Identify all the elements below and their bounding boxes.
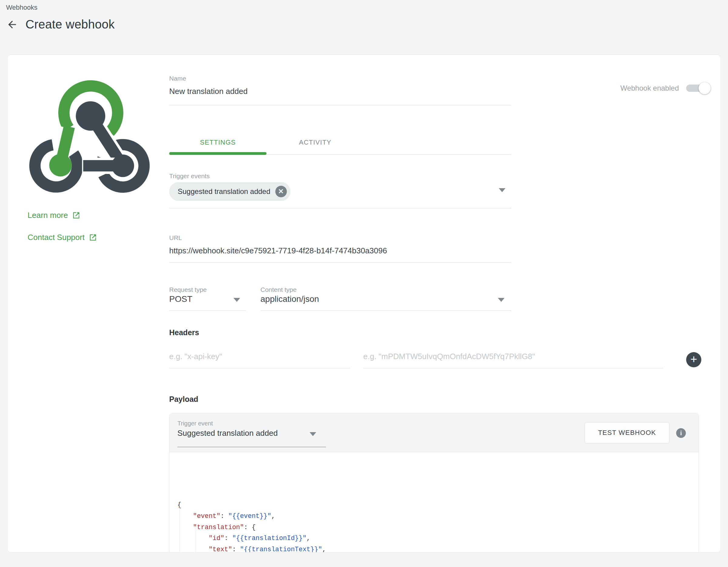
code-line: "translation": {: [177, 522, 699, 533]
tab-settings[interactable]: SETTINGS: [169, 131, 267, 154]
tab-bar: SETTINGS ACTIVITY: [169, 131, 511, 155]
page-title: Create webhook: [25, 18, 115, 31]
url-input[interactable]: [169, 242, 511, 259]
chip-label: Suggested translation added: [178, 187, 270, 196]
payload-trigger-event-underline: [177, 447, 326, 447]
test-webhook-button[interactable]: TEST WEBHOOK: [585, 422, 669, 443]
header-value-underline: [363, 368, 663, 368]
webhook-logo: [25, 76, 153, 197]
request-type-underline: [169, 310, 246, 311]
request-type-select[interactable]: POST: [169, 294, 192, 304]
url-underline: [169, 262, 511, 263]
payload-trigger-event-dropdown-icon[interactable]: [310, 432, 316, 436]
payload-trigger-event-select[interactable]: Suggested translation added: [177, 428, 278, 438]
webhook-card: Learn more Contact Support Name Webhook …: [7, 55, 721, 552]
external-link-icon: [72, 211, 80, 220]
trigger-events-dropdown-icon[interactable]: [499, 188, 505, 192]
headers-title: Headers: [169, 328, 199, 337]
learn-more-label: Learn more: [28, 211, 68, 220]
trigger-event-chip[interactable]: Suggested translation added ✕: [169, 182, 290, 201]
code-line: "event": "{{event}}",: [177, 511, 699, 522]
title-row: Create webhook: [5, 18, 115, 31]
tab-activity[interactable]: ACTIVITY: [267, 131, 364, 154]
code-line: {: [177, 499, 699, 511]
external-link-icon: [89, 233, 97, 242]
tab-active-indicator: [169, 152, 267, 155]
content-type-dropdown-icon[interactable]: [498, 298, 505, 302]
payload-title: Payload: [169, 395, 198, 404]
learn-more-link[interactable]: Learn more: [28, 211, 80, 220]
contact-support-label: Contact Support: [28, 233, 85, 242]
indent-guide: [179, 505, 180, 552]
contact-support-link[interactable]: Contact Support: [28, 233, 97, 242]
name-input[interactable]: [169, 83, 511, 100]
trigger-events-label: Trigger events: [169, 173, 210, 180]
webhook-enabled-label: Webhook enabled: [620, 84, 679, 92]
content-type-underline: [260, 310, 511, 311]
payload-panel-header: Trigger event Suggested translation adde…: [169, 413, 699, 452]
info-icon[interactable]: i: [676, 428, 686, 438]
content-type-label: Content type: [260, 286, 297, 293]
url-label: URL: [169, 234, 182, 242]
payload-code-editor[interactable]: { "event": "{{event}}", "translation": {…: [169, 452, 699, 552]
webhook-enabled-toggle[interactable]: [686, 85, 710, 92]
breadcrumb[interactable]: Webhooks: [6, 4, 38, 12]
code-line: "text": "{{translationText}}",: [177, 544, 699, 552]
code-line: "id": "{{translationId}}",: [177, 533, 699, 544]
payload-panel: Trigger event Suggested translation adde…: [169, 413, 699, 552]
header-value-input[interactable]: [363, 346, 663, 367]
trigger-events-underline: [169, 208, 511, 209]
request-type-label: Request type: [169, 286, 207, 293]
header-key-underline: [169, 368, 350, 368]
header-key-input[interactable]: [169, 346, 350, 367]
request-type-dropdown-icon[interactable]: [233, 298, 240, 302]
add-header-button[interactable]: +: [686, 352, 701, 367]
payload-trigger-event-label: Trigger event: [177, 420, 213, 427]
back-arrow-icon[interactable]: [5, 18, 19, 31]
content-type-select[interactable]: application/json: [260, 294, 319, 304]
indent-guide: [196, 527, 196, 552]
chip-remove-icon[interactable]: ✕: [275, 186, 287, 197]
webhook-enabled-row: Webhook enabled: [596, 84, 711, 92]
toggle-thumb: [699, 82, 711, 94]
name-label: Name: [169, 75, 186, 82]
name-underline: [169, 105, 511, 106]
